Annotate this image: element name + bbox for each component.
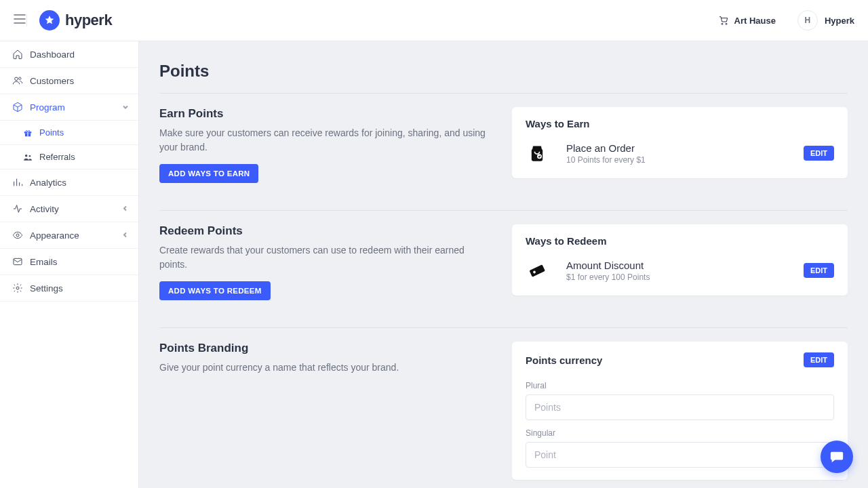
redeem-row-text: Amount Discount $1 for every 100 Points xyxy=(566,260,786,282)
earn-row-sub: 10 Points for every $1 xyxy=(566,155,786,165)
store-switcher[interactable]: Art Hause xyxy=(718,15,776,26)
divider xyxy=(159,327,848,328)
section-redeem-card-wrap: Ways to Redeem Amount Discount $1 for ev… xyxy=(512,224,848,300)
points-currency-body: Plural Singular xyxy=(512,381,848,480)
sidebar-item-activity[interactable]: Activity xyxy=(0,196,138,222)
sidebar-item-settings[interactable]: Settings xyxy=(0,275,138,302)
chat-icon xyxy=(829,449,844,464)
users-icon xyxy=(12,75,23,86)
svg-rect-13 xyxy=(530,264,545,277)
sidebar-item-label: Customers xyxy=(30,76,74,86)
cart-icon xyxy=(718,15,729,26)
header-right: Art Hause H Hyperk xyxy=(718,10,855,30)
singular-input[interactable] xyxy=(526,442,834,468)
ways-to-earn-body: Place an Order 10 Points for every $1 ED… xyxy=(512,135,848,178)
points-currency-header: Points currency EDIT xyxy=(512,342,848,373)
logo-mark-icon xyxy=(39,10,60,30)
layout: Dashboard Customers Program Points Refer… xyxy=(0,41,868,488)
header-left: hyperk xyxy=(14,10,112,30)
chevron-left-icon xyxy=(122,204,129,214)
chevron-left-icon xyxy=(122,230,129,241)
add-ways-to-earn-button[interactable]: ADD WAYS TO EARN xyxy=(159,164,258,183)
page-title: Points xyxy=(159,62,848,81)
svg-point-8 xyxy=(29,155,31,157)
divider xyxy=(159,210,848,211)
ways-to-redeem-card: Ways to Redeem Amount Discount $1 for ev… xyxy=(512,224,848,296)
header: hyperk Art Hause H Hyperk xyxy=(0,0,868,41)
section-earn-info: Earn Points Make sure your customers can… xyxy=(159,107,492,183)
sidebar-item-label: Program xyxy=(30,102,65,113)
avatar: H xyxy=(797,10,818,30)
account-menu[interactable]: H Hyperk xyxy=(789,10,854,30)
svg-point-9 xyxy=(16,234,19,237)
earn-desc: Make sure your customers can receive rew… xyxy=(159,126,492,155)
cube-icon xyxy=(12,102,23,113)
sidebar-item-customers[interactable]: Customers xyxy=(0,68,138,94)
eye-icon xyxy=(12,230,23,241)
coupon-icon xyxy=(526,259,549,282)
add-ways-to-redeem-button[interactable]: ADD WAYS TO REDEEM xyxy=(159,281,271,300)
gear-icon xyxy=(12,283,23,293)
brand-name: hyperk xyxy=(65,12,112,29)
sidebar-sub-referrals[interactable]: Referrals xyxy=(0,145,138,169)
points-currency-title: Points currency xyxy=(526,354,602,366)
redeem-desc: Create rewards that your customers can u… xyxy=(159,243,492,272)
section-redeem: Redeem Points Create rewards that your c… xyxy=(159,224,848,300)
mail-icon xyxy=(12,256,23,267)
section-redeem-info: Redeem Points Create rewards that your c… xyxy=(159,224,492,300)
earn-row-text: Place an Order 10 Points for every $1 xyxy=(566,142,786,165)
hamburger-icon xyxy=(14,14,26,24)
svg-rect-6 xyxy=(27,131,28,136)
sidebar-item-dashboard[interactable]: Dashboard xyxy=(0,41,138,68)
sidebar-item-label: Referrals xyxy=(39,152,75,162)
brand-logo[interactable]: hyperk xyxy=(39,10,112,30)
ways-to-redeem-header: Ways to Redeem xyxy=(512,224,848,252)
branding-desc: Give your point currency a name that ref… xyxy=(159,361,492,375)
sidebar-item-label: Activity xyxy=(30,204,59,214)
sidebar-item-label: Points xyxy=(39,127,64,138)
section-earn-card-wrap: Ways to Earn Place an Order 10 Points fo… xyxy=(512,107,848,183)
sidebar-item-label: Analytics xyxy=(30,178,66,188)
menu-toggle[interactable] xyxy=(14,14,27,26)
ways-to-redeem-body: Amount Discount $1 for every 100 Points … xyxy=(512,252,848,296)
branding-title: Points Branding xyxy=(159,342,492,355)
divider xyxy=(159,93,848,94)
edit-redeem-button[interactable]: EDIT xyxy=(804,263,834,278)
sidebar-sub-points[interactable]: Points xyxy=(0,121,138,145)
earn-title: Earn Points xyxy=(159,107,492,121)
sidebar-item-label: Emails xyxy=(30,257,58,267)
chat-button[interactable] xyxy=(821,441,853,473)
activity-icon xyxy=(12,203,23,214)
sidebar-item-label: Appearance xyxy=(30,230,79,241)
redeem-row-sub: $1 for every 100 Points xyxy=(566,272,786,282)
svg-point-3 xyxy=(19,77,21,79)
svg-point-2 xyxy=(15,77,18,81)
plural-label: Plural xyxy=(526,381,834,390)
sidebar: Dashboard Customers Program Points Refer… xyxy=(0,41,139,488)
section-earn: Earn Points Make sure your customers can… xyxy=(159,107,848,183)
sidebar-item-label: Settings xyxy=(30,283,63,293)
section-branding-card-wrap: Points currency EDIT Plural Singular xyxy=(512,342,848,480)
points-currency-card: Points currency EDIT Plural Singular xyxy=(512,342,848,480)
sidebar-item-analytics[interactable]: Analytics xyxy=(0,169,138,196)
sidebar-item-label: Dashboard xyxy=(30,49,75,60)
store-name: Art Hause xyxy=(734,16,776,26)
shopping-bag-icon xyxy=(526,142,549,165)
edit-currency-button[interactable]: EDIT xyxy=(804,352,834,367)
sidebar-item-emails[interactable]: Emails xyxy=(0,249,138,275)
ways-to-earn-card: Ways to Earn Place an Order 10 Points fo… xyxy=(512,107,848,178)
home-icon xyxy=(12,49,23,60)
section-branding: Points Branding Give your point currency… xyxy=(159,342,848,480)
plural-input[interactable] xyxy=(526,394,834,420)
svg-point-7 xyxy=(25,154,28,157)
redeem-row-amount-discount: Amount Discount $1 for every 100 Points … xyxy=(526,252,834,283)
svg-point-11 xyxy=(16,287,19,289)
sidebar-item-appearance[interactable]: Appearance xyxy=(0,222,138,249)
svg-point-0 xyxy=(722,23,723,24)
edit-earn-button[interactable]: EDIT xyxy=(804,146,834,161)
earn-row-place-order: Place an Order 10 Points for every $1 ED… xyxy=(526,135,834,166)
singular-label: Singular xyxy=(526,428,834,438)
sidebar-item-program[interactable]: Program xyxy=(0,94,138,121)
chevron-down-icon xyxy=(122,102,129,113)
ways-to-earn-header: Ways to Earn xyxy=(512,107,848,135)
